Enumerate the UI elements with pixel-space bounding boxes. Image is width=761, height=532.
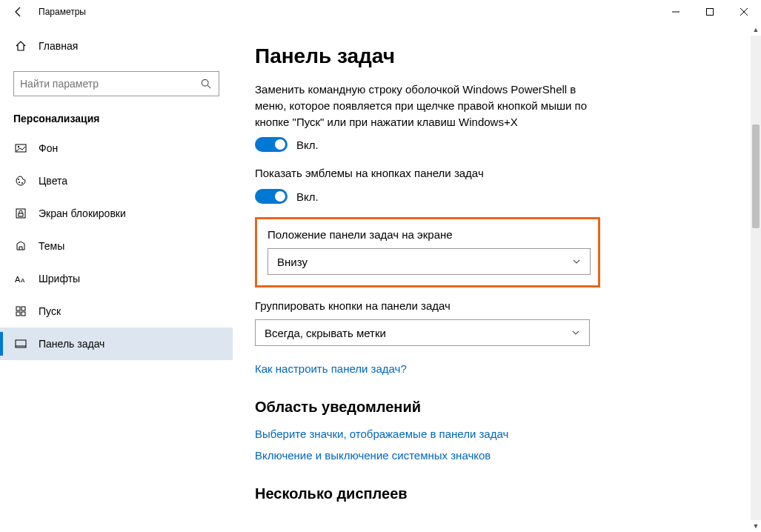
sidebar-item-label: Фон	[39, 142, 58, 154]
sidebar-item-themes[interactable]: Темы	[0, 230, 233, 262]
scroll-thumb[interactable]	[752, 124, 760, 228]
sidebar: Главная Персонализация Фон Цвета Э	[0, 24, 233, 532]
scroll-down-arrow[interactable]: ▼	[751, 520, 761, 532]
svg-rect-1	[707, 9, 714, 16]
back-button[interactable]	[7, 1, 30, 23]
minimize-button[interactable]	[659, 0, 693, 24]
grouping-dropdown[interactable]: Всегда, скрывать метки	[255, 319, 590, 346]
start-icon	[13, 305, 28, 317]
svg-point-10	[21, 182, 23, 184]
system-icons-link[interactable]: Включение и выключение системных значков	[255, 449, 491, 462]
svg-point-4	[202, 79, 208, 86]
toggle-powershell-state: Вкл.	[296, 139, 319, 151]
page-title: Панель задач	[255, 44, 739, 68]
select-icons-link[interactable]: Выберите значки, отображаемые в панели з…	[255, 428, 508, 440]
sidebar-section-header: Персонализация	[0, 104, 233, 132]
scrollbar[interactable]: ▲ ▼	[751, 24, 761, 532]
svg-point-9	[19, 182, 20, 183]
chevron-down-icon	[572, 257, 581, 266]
position-value: Внизу	[277, 256, 572, 268]
svg-rect-12	[19, 213, 23, 216]
position-label: Положение панели задач на экране	[267, 228, 588, 241]
svg-text:A: A	[15, 275, 21, 284]
sidebar-item-label: Экран блокировки	[39, 207, 126, 219]
sidebar-item-background[interactable]: Фон	[0, 132, 233, 164]
svg-point-8	[18, 179, 19, 180]
svg-rect-16	[21, 307, 25, 310]
svg-rect-18	[21, 312, 25, 316]
setting-powershell-desc: Заменить командную строку оболочкой Wind…	[255, 82, 596, 130]
grouping-label: Группировать кнопки на панели задач	[255, 299, 739, 312]
sidebar-home[interactable]: Главная	[0, 31, 233, 61]
sidebar-item-fonts[interactable]: AA Шрифты	[0, 262, 233, 295]
picture-icon	[13, 142, 28, 154]
sidebar-item-label: Шрифты	[39, 273, 80, 285]
fonts-icon: AA	[13, 273, 28, 284]
sidebar-item-lockscreen[interactable]: Экран блокировки	[0, 197, 233, 230]
sidebar-item-label: Пуск	[39, 305, 61, 317]
sidebar-item-label: Цвета	[39, 175, 67, 187]
toggle-badges[interactable]	[255, 189, 288, 204]
sidebar-home-label: Главная	[39, 40, 78, 52]
help-link[interactable]: Как настроить панели задач?	[255, 362, 407, 375]
setting-badges-desc: Показать эмблемы на кнопках панели задач	[255, 165, 596, 182]
svg-text:A: A	[21, 277, 25, 284]
scroll-track[interactable]	[751, 36, 761, 520]
main-content: Панель задач Заменить командную строку о…	[233, 24, 761, 532]
svg-point-7	[18, 146, 19, 147]
sidebar-item-colors[interactable]: Цвета	[0, 164, 233, 197]
svg-rect-17	[16, 312, 20, 316]
search-icon	[199, 77, 213, 90]
themes-icon	[13, 240, 28, 252]
svg-rect-15	[16, 307, 20, 310]
multiple-displays-heading: Несколько дисплеев	[255, 485, 739, 502]
sidebar-item-label: Панель задач	[39, 338, 104, 350]
titlebar: Параметры	[0, 0, 761, 24]
toggle-badges-state: Вкл.	[296, 190, 319, 203]
taskbar-icon	[13, 338, 28, 350]
search-box[interactable]	[13, 71, 219, 96]
scroll-up-arrow[interactable]: ▲	[751, 24, 761, 36]
close-button[interactable]	[727, 0, 761, 24]
search-input[interactable]	[20, 78, 199, 90]
chevron-down-icon	[571, 328, 580, 337]
svg-line-5	[207, 85, 210, 88]
notification-area-heading: Область уведомлений	[255, 399, 739, 416]
toggle-powershell[interactable]	[255, 137, 288, 152]
home-icon	[13, 40, 28, 52]
sidebar-item-label: Темы	[39, 240, 64, 252]
sidebar-item-start[interactable]: Пуск	[0, 295, 233, 327]
maximize-button[interactable]	[693, 0, 727, 24]
window-title: Параметры	[39, 7, 86, 17]
grouping-value: Всегда, скрывать метки	[265, 327, 571, 339]
highlight-taskbar-position: Положение панели задач на экране Внизу	[255, 217, 600, 287]
sidebar-item-taskbar[interactable]: Панель задач	[0, 327, 233, 360]
palette-icon	[13, 175, 28, 187]
lockscreen-icon	[13, 207, 28, 219]
position-dropdown[interactable]: Внизу	[267, 248, 591, 275]
